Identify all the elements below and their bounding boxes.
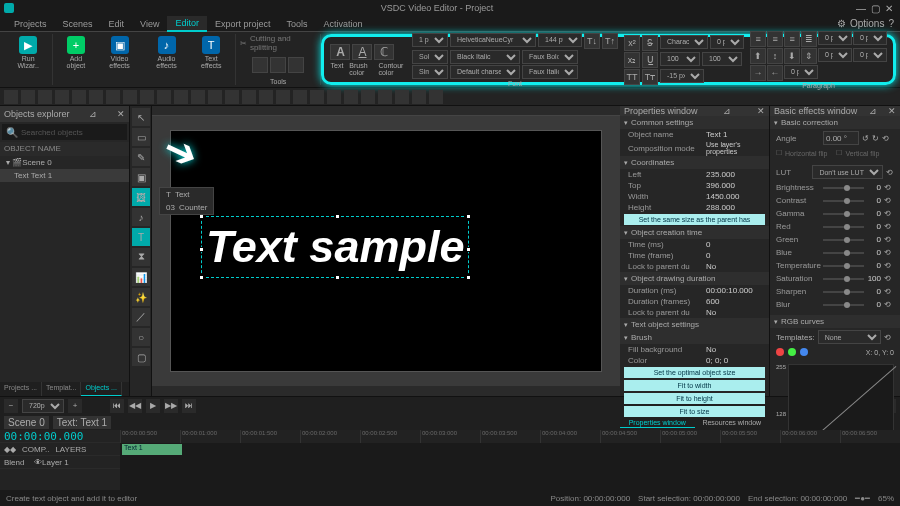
strip-btn[interactable]	[293, 90, 307, 104]
play-icon[interactable]: ▶	[146, 399, 160, 413]
chart-tool[interactable]: 📊	[132, 268, 150, 286]
blue-channel[interactable]	[800, 348, 808, 356]
options-link[interactable]: Options	[850, 18, 884, 29]
scene-tab[interactable]: Scene 0	[4, 416, 49, 429]
ellipse-tool[interactable]: ○	[132, 328, 150, 346]
same-size-button[interactable]: Set the same size as the parent has	[624, 214, 765, 225]
section-common[interactable]: Common settings	[620, 116, 769, 129]
text-effects-button[interactable]: TText effects	[192, 34, 231, 71]
add-object-button[interactable]: +Add object	[57, 34, 94, 71]
valign-just-icon[interactable]: ⇕	[801, 48, 817, 64]
run-wizard-button[interactable]: ▶Run Wizar..	[8, 34, 48, 71]
rtl-icon[interactable]: ←	[767, 65, 783, 81]
resize-handle[interactable]	[335, 275, 340, 280]
close-icon[interactable]: ✕	[888, 106, 896, 116]
align-center-icon[interactable]: ≡	[767, 31, 783, 47]
resize-handle[interactable]	[466, 275, 471, 280]
font-weight[interactable]: Black Italic	[450, 50, 520, 64]
justify-icon[interactable]: ≣	[801, 31, 817, 47]
strip-btn[interactable]	[157, 90, 171, 104]
slider[interactable]	[823, 200, 864, 202]
align-right-icon[interactable]: ≡	[784, 31, 800, 47]
minimize-icon[interactable]: —	[854, 1, 868, 15]
slider[interactable]	[823, 252, 864, 254]
tab-scenes[interactable]: Scenes	[55, 17, 101, 31]
valign-bot-icon[interactable]: ⬇	[784, 48, 800, 64]
next-frame-icon[interactable]: ⏭	[182, 399, 196, 413]
close-icon[interactable]: ✕	[882, 1, 896, 15]
pin-icon[interactable]: ⊿	[89, 109, 97, 119]
grow-icon[interactable]: T↑	[602, 33, 618, 49]
sprite-tool[interactable]: ✨	[132, 288, 150, 306]
text-tab[interactable]: Text: Text 1	[53, 416, 111, 429]
section-creation[interactable]: Object creation time	[620, 226, 769, 239]
shrink-icon[interactable]: T↓	[584, 33, 600, 49]
reset-icon[interactable]: ⟲	[884, 222, 894, 231]
brush-label[interactable]: Brush color	[349, 62, 372, 76]
vscale[interactable]: 100 %	[702, 52, 742, 66]
faux-italic[interactable]: Faux Italic	[522, 65, 578, 79]
line-style[interactable]: Solid	[412, 50, 448, 64]
prev-frame-icon[interactable]: ⏮	[110, 399, 124, 413]
strip-btn[interactable]	[21, 90, 35, 104]
slider[interactable]	[823, 304, 864, 306]
charset[interactable]: Default charset	[450, 65, 520, 79]
strip-btn[interactable]	[208, 90, 222, 104]
shape-tool[interactable]: ▭	[132, 128, 150, 146]
step-fwd-icon[interactable]: ▶▶	[164, 399, 178, 413]
valign-mid-icon[interactable]: ↕	[767, 48, 783, 64]
resize-handle[interactable]	[199, 247, 204, 252]
tree-scene[interactable]: ▾ 🎬 Scene 0	[0, 156, 129, 169]
timeline-clip[interactable]: Text 1	[122, 444, 182, 455]
counter-tool[interactable]: ⧗	[132, 248, 150, 266]
tool-btn[interactable]	[270, 57, 286, 73]
image-tool[interactable]: 🖼	[132, 188, 150, 206]
tab-activation[interactable]: Activation	[315, 17, 370, 31]
preview-canvas[interactable]: Text sample	[171, 131, 601, 371]
slider[interactable]	[823, 265, 864, 267]
resize-handle[interactable]	[199, 275, 204, 280]
tab-tools[interactable]: Tools	[278, 17, 315, 31]
space-before[interactable]: 0 px	[853, 31, 887, 45]
prop-value[interactable]: Use layer's properties	[706, 141, 761, 155]
pointer-tool[interactable]: ↖	[132, 108, 150, 126]
strip-btn[interactable]	[259, 90, 273, 104]
slider[interactable]	[823, 226, 864, 228]
reset-icon[interactable]: ⟲	[884, 333, 894, 342]
rotate-ccw-icon[interactable]: ↺	[862, 134, 869, 143]
brush-tool[interactable]: ✎	[132, 148, 150, 166]
text-tool[interactable]: T	[132, 228, 150, 246]
tab-editor[interactable]: Editor	[167, 16, 207, 32]
zoom-out-icon[interactable]: −	[4, 399, 18, 413]
outline-icon[interactable]: ℂ	[374, 44, 394, 60]
maximize-icon[interactable]: ▢	[868, 1, 882, 15]
section-rgb[interactable]: RGB curves	[770, 315, 900, 328]
resize-handle[interactable]	[466, 247, 471, 252]
reset-icon[interactable]: ⟲	[884, 209, 894, 218]
layer-name[interactable]: Layer 1	[42, 458, 69, 467]
reset-icon[interactable]: ⟲	[884, 235, 894, 244]
audio-tool[interactable]: ♪	[132, 208, 150, 226]
reset-icon[interactable]: ⟲	[886, 168, 894, 177]
strip-btn[interactable]	[174, 90, 188, 104]
scrollbar[interactable]	[152, 386, 620, 396]
strip-btn[interactable]	[310, 90, 324, 104]
help-icon[interactable]: ?	[888, 18, 894, 29]
tab-edit[interactable]: Edit	[101, 17, 133, 31]
valign-top-icon[interactable]: ⬆	[750, 48, 766, 64]
zoom-slider[interactable]: ━●━	[855, 494, 870, 503]
section-textobj[interactable]: Text object settings	[620, 318, 769, 331]
reset-icon[interactable]: ⟲	[884, 248, 894, 257]
strip-btn[interactable]	[55, 90, 69, 104]
strip-btn[interactable]	[276, 90, 290, 104]
reset-icon[interactable]: ⟲	[884, 274, 894, 283]
indent-l[interactable]: 0 px	[818, 31, 852, 45]
template-select[interactable]: None	[818, 330, 881, 344]
timeline-ruler[interactable]: 00:00:00:50000:00:01:00000:00:01:50000:0…	[120, 430, 900, 443]
contour-style[interactable]: Simple	[412, 65, 448, 79]
hpx[interactable]: 0 px	[710, 35, 744, 49]
tool-btn[interactable]	[288, 57, 304, 73]
underline2-icon[interactable]: U̲	[642, 52, 658, 68]
reset-icon[interactable]: ⟲	[884, 183, 894, 192]
pin-icon[interactable]: ⊿	[723, 106, 731, 116]
